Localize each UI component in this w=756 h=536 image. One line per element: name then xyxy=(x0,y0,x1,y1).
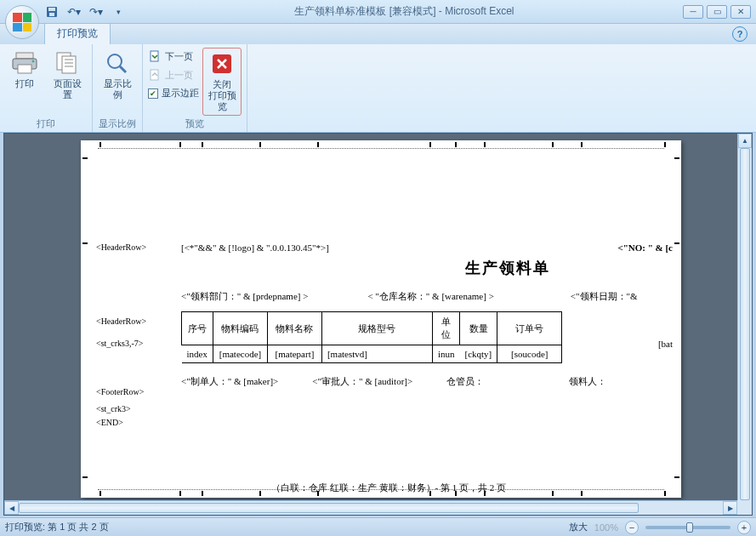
group-preview: 下一页 上一页 ✔ 显示边距 关闭打印预览 预览 xyxy=(143,44,247,132)
quick-access-toolbar: ↶▾ ↷▾ ▾ xyxy=(44,0,126,23)
prev-page-icon xyxy=(148,68,162,82)
scroll-right-button[interactable]: ▶ xyxy=(723,501,737,515)
qat-more-icon[interactable]: ▾ xyxy=(111,4,126,20)
svg-rect-1 xyxy=(48,8,55,11)
ware-expr: < "仓库名称：" & [warename] > xyxy=(367,290,493,303)
zoom-in-button[interactable]: + xyxy=(737,521,751,534)
close-preview-button[interactable]: 关闭打印预览 xyxy=(202,48,242,116)
svg-line-13 xyxy=(120,66,126,72)
column-handle[interactable] xyxy=(664,142,666,147)
scroll-thumb[interactable] xyxy=(19,503,639,513)
redo-icon[interactable]: ↷▾ xyxy=(88,4,104,20)
scroll-up-button[interactable]: ▲ xyxy=(738,134,752,148)
column-handle[interactable] xyxy=(484,142,486,147)
column-handle[interactable] xyxy=(259,142,261,147)
svg-point-12 xyxy=(108,54,122,68)
next-page-icon xyxy=(148,49,162,63)
column-handle[interactable] xyxy=(581,142,583,147)
column-handle[interactable] xyxy=(317,142,319,147)
no-expr: <"NO: " & [c xyxy=(617,242,673,253)
row-handle[interactable] xyxy=(82,476,88,478)
svg-rect-2 xyxy=(49,13,54,16)
svg-rect-8 xyxy=(62,56,76,73)
vertical-scrollbar[interactable]: ▲ ▼ xyxy=(737,134,752,515)
row-marker: <HeaderRow> xyxy=(96,316,146,326)
page-setup-icon xyxy=(54,49,81,77)
column-handle[interactable] xyxy=(429,142,431,147)
preview-area: <HeaderRow> [<*"&&" & [!logo] & ".0.0.13… xyxy=(3,133,753,516)
header-expr: [<*"&&" & [!logo] & ".0.0.130.45"*>] xyxy=(181,242,329,253)
horizontal-scrollbar[interactable]: ◀ ▶ xyxy=(4,500,737,515)
prev-page-button: 上一页 xyxy=(148,66,199,83)
row-marker: <FooterRow> xyxy=(96,387,144,396)
page-setup-button[interactable]: 页面设置 xyxy=(48,48,87,102)
maker-expr: <"制单人：" & [maker]> xyxy=(181,375,278,388)
print-button[interactable]: 打印 xyxy=(5,48,44,91)
status-bar: 打印预览: 第 1 页 共 2 页 放大 100% − + xyxy=(0,517,756,536)
magnifier-icon xyxy=(104,49,131,77)
ribbon-tabs: 打印预览 ? xyxy=(0,24,756,44)
scrollbar-corner xyxy=(737,500,752,515)
zoom-slider-thumb[interactable] xyxy=(686,522,693,533)
svg-point-6 xyxy=(32,60,35,63)
group-print: 打印 页面设置 打印 xyxy=(0,44,93,132)
checkbox-checked-icon: ✔ xyxy=(148,88,158,99)
undo-icon[interactable]: ↶▾ xyxy=(66,4,82,20)
zoom-out-button[interactable]: − xyxy=(625,521,639,534)
close-icon xyxy=(208,50,236,77)
group-zoom: 显示比例 显示比例 xyxy=(93,44,143,132)
scroll-left-button[interactable]: ◀ xyxy=(4,501,19,515)
zoom-slider[interactable] xyxy=(645,526,730,529)
column-handle[interactable] xyxy=(552,142,554,147)
office-button[interactable] xyxy=(5,5,41,41)
zoom-button[interactable]: 显示比例 xyxy=(98,48,137,102)
window-title: 生产领料单标准模板 [兼容模式] - Microsoft Excel xyxy=(126,4,683,19)
row-marker: <st_crks3,-7> xyxy=(96,339,143,348)
row-marker: <st_crk3> xyxy=(96,404,131,413)
document-content: <HeaderRow> [<*"&&" & [!logo] & ".0.0.13… xyxy=(96,242,681,494)
dept-expr: <"领料部门：" & [prdepname] > xyxy=(181,290,308,303)
page-footer: （白联：仓库 红联：生产 黄联：财务）- 第 1 页，共 2 页 xyxy=(96,482,681,494)
row-handle[interactable] xyxy=(674,157,679,159)
material-table: 序号 物料编码 物料名称 规格型号 单位 数量 订单号 index [matec… xyxy=(181,311,562,363)
group-label-print: 打印 xyxy=(5,116,87,130)
zoom-percent: 100% xyxy=(594,522,618,533)
ribbon: 打印 页面设置 打印 显示比例 显示比例 下一页 xyxy=(0,44,756,133)
column-handle[interactable] xyxy=(202,142,203,147)
maximize-button[interactable]: ▭ xyxy=(707,5,727,19)
svg-rect-3 xyxy=(16,53,33,59)
column-handle[interactable] xyxy=(455,142,457,147)
group-label-preview: 预览 xyxy=(148,116,242,130)
save-icon[interactable] xyxy=(44,4,60,20)
row-marker: <END> xyxy=(96,418,123,427)
tab-print-preview[interactable]: 打印预览 xyxy=(44,22,111,44)
auditor-expr: <"审批人：" & [auditor]> xyxy=(312,375,412,388)
next-page-button[interactable]: 下一页 xyxy=(148,48,199,65)
picker-label: 领料人： xyxy=(569,375,606,388)
page-preview[interactable]: <HeaderRow> [<*"&&" & [!logo] & ".0.0.13… xyxy=(81,140,681,498)
help-button[interactable]: ? xyxy=(732,26,747,42)
table-header-row: 序号 物料编码 物料名称 规格型号 单位 数量 订单号 xyxy=(182,312,562,345)
scroll-thumb[interactable] xyxy=(740,148,750,500)
row-handle[interactable] xyxy=(82,157,88,159)
group-label-zoom: 显示比例 xyxy=(98,116,137,130)
date-expr: <"领料日期："& xyxy=(571,290,638,303)
status-text: 打印预览: 第 1 页 共 2 页 xyxy=(5,521,109,533)
show-margins-checkbox[interactable]: ✔ 显示边距 xyxy=(148,85,199,101)
zoom-label: 放大 xyxy=(569,521,588,533)
column-handle[interactable] xyxy=(179,142,181,147)
bat-cell: [bat xyxy=(658,339,673,349)
svg-rect-5 xyxy=(18,65,31,73)
document-title: 生产领料单 xyxy=(334,258,681,278)
minimize-button[interactable]: ─ xyxy=(683,5,703,19)
printer-icon xyxy=(11,49,38,77)
row-handle[interactable] xyxy=(82,242,88,244)
keeper-label: 仓管员： xyxy=(446,375,484,388)
row-marker: <HeaderRow> xyxy=(96,242,146,252)
close-window-button[interactable]: ✕ xyxy=(730,5,751,19)
table-row: index [matecode] [matepart] [matestvd] i… xyxy=(182,345,562,363)
titlebar: ↶▾ ↷▾ ▾ 生产领料单标准模板 [兼容模式] - Microsoft Exc… xyxy=(0,0,756,24)
top-margin-guide[interactable] xyxy=(98,148,664,149)
column-handle[interactable] xyxy=(99,142,101,147)
